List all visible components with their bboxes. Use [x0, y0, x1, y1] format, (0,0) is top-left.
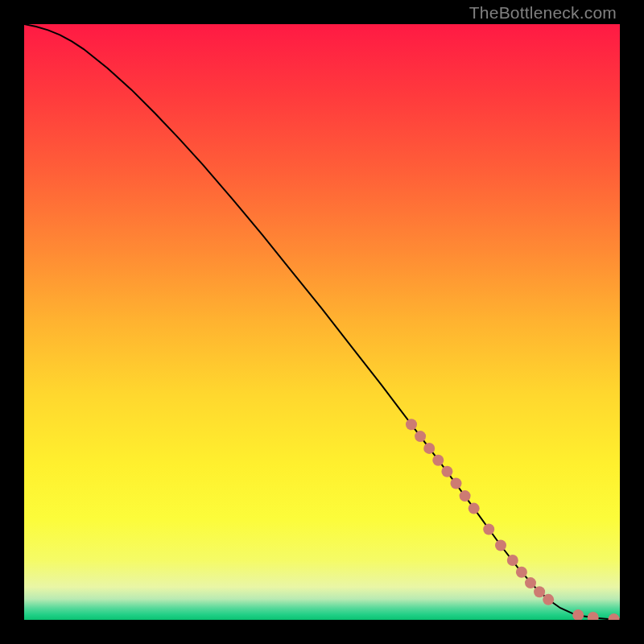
data-point — [432, 455, 444, 466]
data-point — [423, 443, 435, 454]
data-point — [534, 586, 545, 597]
data-point — [483, 524, 494, 535]
plot-svg — [24, 24, 620, 620]
data-point — [543, 594, 554, 605]
data-point — [460, 490, 471, 502]
data-point — [415, 431, 426, 442]
data-point — [495, 540, 506, 551]
chart-stage: TheBottleneck.com — [0, 0, 644, 644]
data-point — [451, 478, 462, 489]
data-point — [525, 577, 536, 588]
watermark-label: TheBottleneck.com — [469, 3, 617, 23]
data-point — [507, 555, 518, 566]
plot-area — [24, 24, 620, 620]
data-point — [441, 466, 452, 477]
data-point — [469, 503, 480, 514]
data-point — [516, 567, 527, 578]
data-point — [406, 419, 417, 430]
gradient-background — [24, 24, 620, 620]
